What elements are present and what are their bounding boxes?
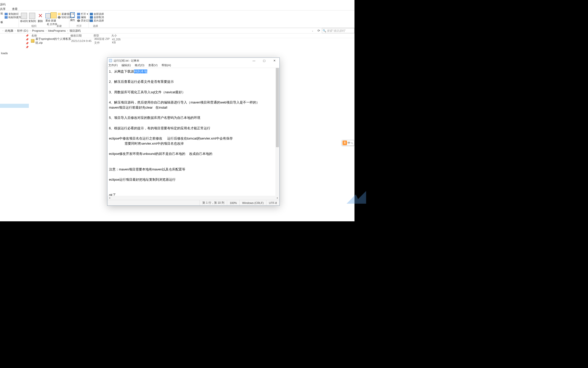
notepad-window: 运行过程.txt - 记事本 — ▢ ✕ 文件(F) 编辑(E) 格式(O) 查… (107, 57, 280, 206)
maximize-button[interactable]: ▢ (259, 58, 269, 63)
nav-selected[interactable] (0, 104, 29, 108)
watermark-icon (344, 183, 367, 206)
chevron-right-icon: › (67, 29, 68, 32)
explorer-window: 源码 共享 查看 贴 复制路径 粘贴快捷方式 板 剪贴板 移动到 复制到 ✕删除… (0, 0, 354, 221)
ribbon: 贴 复制路径 粘贴快捷方式 板 剪贴板 移动到 复制到 ✕删除 重命名 组织 新… (0, 11, 354, 28)
properties[interactable]: 属性 (70, 12, 75, 22)
pin-icon[interactable]: 📌 (26, 42, 29, 45)
scroll-left-icon[interactable]: ◂ (107, 196, 112, 200)
status-zoom: 100% (227, 200, 239, 205)
refresh-icon[interactable]: ⟳ (316, 28, 321, 33)
menu-format[interactable]: 格式(O) (135, 64, 144, 67)
breadcrumb[interactable]: › 此电脑 › 软件 (D:) › Programs › IdeaProgram… (0, 29, 354, 33)
pin-icon[interactable]: 📌 (26, 38, 29, 41)
minimize-button[interactable]: — (249, 58, 259, 63)
chevron-right-icon: › (46, 29, 46, 32)
notepad-text-area[interactable]: 1、从网盘下载源码到本地 2、解压后查看运行必看文件是否有重要提示 3、用数据库… (107, 68, 279, 196)
selected-text: 码到本地 (134, 70, 147, 73)
file-name: 基于springboot的个人博客系统.zip (35, 37, 71, 45)
sort-asc-icon: ⌃ (67, 33, 69, 35)
file-date: 2021/11/24 9:45 (71, 39, 94, 42)
chevron-right-icon: › (30, 29, 30, 32)
chevron-right-icon: › (15, 29, 16, 32)
pin-icon[interactable]: 📌 (26, 46, 29, 49)
new-folder[interactable]: 新建文件夹 (50, 11, 58, 26)
menu-view[interactable]: 查看(V) (148, 64, 158, 67)
col-date[interactable]: 修改日期 (70, 34, 93, 38)
copy-to[interactable]: 复制到 (28, 12, 36, 26)
notepad-menu: 文件(F) 编辑(E) 格式(O) 查看(V) 帮助(H) (107, 63, 279, 68)
select-none[interactable]: 全部取消 (90, 16, 104, 19)
tab-view[interactable]: 查看 (12, 7, 18, 10)
menu-edit[interactable]: 编辑(E) (121, 64, 131, 67)
status-position: 第 1 行，第 10 列 (200, 200, 227, 205)
select-all[interactable]: 全部选择 (90, 12, 104, 16)
move-to[interactable]: 移动到 (20, 12, 28, 26)
file-type: 360压缩 ZIP 文件 (94, 37, 112, 45)
scrollbar-vertical[interactable] (275, 68, 279, 200)
chevron-right-icon: › (3, 29, 3, 32)
pin-icon[interactable]: 📌 (26, 34, 29, 37)
svg-marker-0 (347, 191, 366, 204)
nav-tree: 📌 📌 📌 📌 loads (0, 33, 29, 221)
paste-fragment: 贴 (1, 12, 3, 15)
column-headers[interactable]: 名称⌃ 修改日期 类型 大小 (29, 33, 354, 38)
invert-selection[interactable]: 反向选择 (90, 19, 104, 22)
ime-punct[interactable]: •, (351, 141, 353, 144)
tab-share[interactable]: 共享 (0, 7, 6, 10)
status-encoding: UTF-8 (266, 200, 279, 205)
search-box[interactable]: 🔍 (322, 28, 354, 33)
scrollbar-horizontal[interactable]: ◂ ▸ (107, 196, 279, 200)
breadcrumb-seg-3[interactable]: IdeaPrograms (48, 29, 66, 32)
notepad-icon (109, 59, 112, 62)
file-size: 41,205 KB (112, 38, 125, 44)
notepad-statusbar: 第 1 行，第 10 列 100% Windows (CRLF) UTF-8 (107, 200, 279, 205)
zip-icon (31, 39, 34, 43)
group-organize: 组织 (19, 24, 49, 28)
ime-lang[interactable]: 中 (348, 141, 350, 145)
menu-help[interactable]: 帮助(H) (162, 64, 171, 67)
status-eol: Windows (CRLF) (239, 200, 266, 205)
col-size[interactable]: 大小 (111, 34, 124, 38)
ime-toolbar[interactable]: S 中 •, (342, 140, 354, 146)
breadcrumb-seg-0[interactable]: 此电脑 (5, 29, 13, 33)
breadcrumb-dropdown[interactable]: ⌄ (310, 28, 316, 33)
scroll-right-icon[interactable]: ▸ (275, 196, 279, 200)
breadcrumb-seg-2[interactable]: Programs (32, 29, 44, 32)
notepad-title: 运行过程.txt - 记事本 (114, 59, 139, 63)
menu-file[interactable]: 文件(F) (108, 64, 118, 67)
group-open: 打开 (69, 24, 89, 28)
nav-downloads[interactable]: loads (0, 51, 29, 55)
ime-badge-icon: S (342, 141, 347, 145)
file-row[interactable]: 基于springboot的个人博客系统.zip 2021/11/24 9:45 … (29, 39, 354, 43)
delete[interactable]: ✕删除 (36, 12, 44, 26)
group-select: 选择 (89, 24, 102, 28)
ribbon-tabs: 共享 查看 (0, 7, 354, 10)
breadcrumb-seg-4[interactable]: 项目源码 (69, 29, 81, 33)
window-title-fragment: 源码 (0, 3, 354, 7)
search-icon: 🔍 (322, 29, 327, 32)
breadcrumb-seg-1[interactable]: 软件 (D:) (17, 29, 28, 33)
notepad-titlebar[interactable]: 运行过程.txt - 记事本 — ▢ ✕ (107, 58, 279, 63)
group-new: 新建 (49, 24, 69, 28)
close-button[interactable]: ✕ (269, 58, 279, 63)
search-input[interactable] (327, 29, 353, 32)
address-bar: › 此电脑 › 软件 (D:) › Programs › IdeaProgram… (0, 28, 354, 33)
